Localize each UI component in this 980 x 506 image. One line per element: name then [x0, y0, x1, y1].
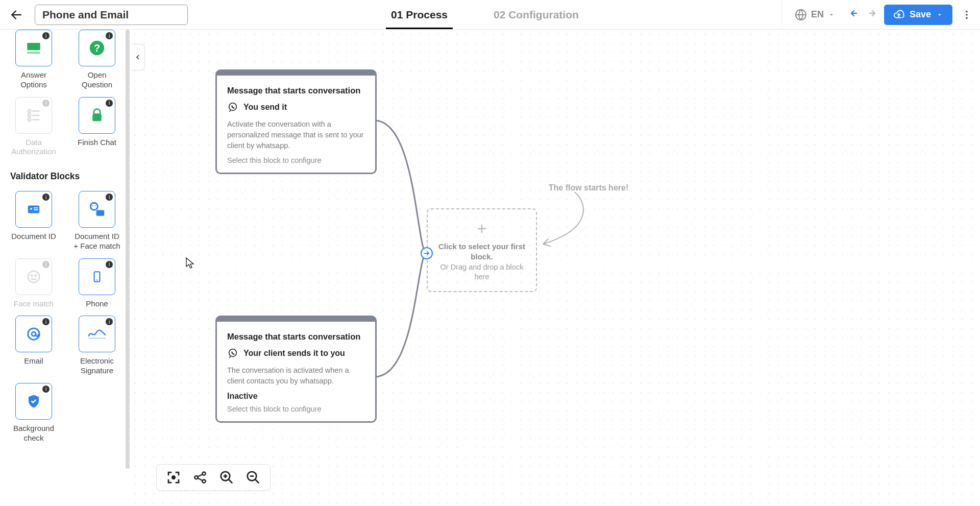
dropzone-line2: Or Drag and drop a block here — [435, 262, 529, 282]
finish-chat-icon — [89, 108, 105, 123]
svg-point-24 — [95, 205, 96, 206]
card-inactive-label: Inactive — [227, 392, 365, 401]
tab-configuration[interactable]: 02 Configuration — [494, 0, 579, 29]
collapse-sidebar-button[interactable] — [131, 44, 145, 70]
block-label: Background check — [9, 424, 58, 443]
block-finish-chat[interactable]: i Finish Chat — [72, 97, 121, 157]
card-subtitle: Your client sends it to you — [243, 349, 345, 358]
language-switch[interactable]: EN — [795, 9, 835, 21]
info-icon[interactable]: i — [106, 100, 113, 107]
zoom-in-button[interactable] — [219, 470, 234, 485]
auto-layout-button[interactable] — [192, 470, 208, 485]
top-blocks-grid: i Answer Options i ? Open Question i Dat… — [9, 30, 121, 157]
block-email[interactable]: i Email — [9, 316, 58, 376]
svg-line-41 — [198, 474, 203, 477]
block-document-id[interactable]: i Document ID — [9, 191, 58, 251]
card-you-send-it[interactable]: Message that starts conversation You sen… — [215, 69, 377, 174]
block-answer-options[interactable]: i Answer Options — [9, 30, 58, 90]
svg-rect-20 — [34, 207, 38, 208]
language-label: EN — [811, 9, 824, 20]
open-question-icon: ? — [88, 39, 106, 57]
header: 01 Process 02 Configuration EN Save — [0, 0, 980, 30]
block-label: Face match — [14, 299, 54, 309]
chevron-left-icon — [134, 53, 142, 61]
block-label: Phone — [86, 299, 108, 309]
card-client-sends[interactable]: Message that starts conversation Your cl… — [215, 316, 377, 423]
info-icon[interactable]: i — [42, 261, 50, 268]
block-document-id-face-match[interactable]: i Document ID + Face match — [72, 191, 121, 251]
block-electronic-signature[interactable]: i Electronic Signature — [72, 316, 121, 376]
svg-text:?: ? — [94, 42, 100, 54]
flow-entry-point[interactable] — [421, 247, 433, 259]
card-title: Message that starts conversation — [227, 332, 365, 342]
info-icon[interactable]: i — [42, 100, 50, 107]
validator-blocks-title: Validator Blocks — [10, 171, 121, 182]
tab-process[interactable]: 01 Process — [391, 0, 448, 29]
first-block-dropzone[interactable]: + Click to select your first block. Or D… — [427, 208, 537, 292]
svg-point-6 — [966, 17, 968, 19]
flow-title-input[interactable] — [35, 5, 188, 25]
info-icon[interactable]: i — [106, 194, 113, 201]
svg-point-11 — [28, 109, 31, 112]
dropzone-line1: Click to select your first block. — [435, 242, 529, 261]
back-button[interactable] — [6, 5, 27, 25]
block-data-authorization[interactable]: i Data Authorization — [9, 97, 58, 157]
block-phone[interactable]: i Phone — [72, 258, 121, 309]
arrow-left-icon — [10, 8, 23, 21]
zoom-out-button[interactable] — [246, 470, 261, 485]
more-menu-button[interactable] — [960, 5, 974, 25]
info-icon[interactable]: i — [42, 194, 50, 201]
canvas-toolbar — [156, 464, 271, 491]
card-title: Message that starts conversation — [227, 86, 365, 95]
block-label: Document ID + Face match — [72, 232, 121, 251]
svg-line-48 — [255, 479, 259, 484]
card-subtitle: You send it — [243, 103, 287, 112]
fit-view-button[interactable] — [166, 470, 181, 485]
svg-point-22 — [90, 203, 97, 210]
info-icon[interactable]: i — [42, 318, 50, 325]
info-icon[interactable]: i — [42, 385, 50, 393]
block-open-question[interactable]: i ? Open Question — [72, 30, 121, 90]
block-label: Data Authorization — [9, 138, 58, 157]
svg-point-23 — [92, 205, 93, 206]
info-icon[interactable]: i — [106, 318, 113, 325]
data-authorization-icon — [25, 107, 42, 124]
svg-point-19 — [30, 208, 32, 210]
share-nodes-icon — [192, 470, 208, 485]
info-icon[interactable]: i — [106, 261, 113, 268]
flow-canvas[interactable]: Message that starts conversation You sen… — [131, 30, 980, 506]
svg-point-34 — [229, 103, 237, 111]
mouse-cursor-icon — [186, 257, 195, 269]
block-face-match[interactable]: i Face match — [9, 258, 58, 309]
zoom-in-icon — [219, 470, 234, 485]
more-vertical-icon — [961, 9, 972, 20]
svg-point-26 — [28, 271, 40, 282]
fit-view-icon — [166, 470, 181, 485]
info-icon[interactable]: i — [106, 32, 113, 39]
redo-icon[interactable] — [865, 9, 877, 21]
plus-icon: + — [477, 219, 487, 238]
sidebar: i Answer Options i ? Open Question i Dat… — [0, 30, 131, 506]
svg-point-4 — [966, 10, 968, 12]
block-label: Answer Options — [9, 70, 58, 90]
undo-icon[interactable] — [849, 9, 862, 21]
arrow-right-icon — [423, 250, 430, 257]
block-background-check[interactable]: i Background check — [9, 383, 58, 443]
cloud-save-icon — [893, 9, 904, 20]
document-face-icon — [88, 201, 106, 218]
document-id-icon — [26, 202, 41, 217]
svg-rect-21 — [34, 209, 38, 210]
background-check-icon — [26, 394, 41, 409]
svg-point-5 — [966, 14, 968, 16]
save-label: Save — [910, 9, 931, 20]
card-configure-hint: Select this block to configure — [227, 156, 365, 164]
answer-options-icon — [25, 39, 42, 57]
header-right: EN Save — [782, 0, 974, 29]
info-icon[interactable]: i — [42, 32, 50, 39]
svg-point-13 — [28, 114, 31, 117]
block-label: Finish Chat — [78, 138, 116, 148]
block-label: Electronic Signature — [72, 356, 121, 376]
save-button[interactable]: Save — [884, 5, 952, 25]
chevron-down-icon — [936, 11, 943, 18]
sidebar-scrollbar[interactable] — [126, 30, 130, 469]
